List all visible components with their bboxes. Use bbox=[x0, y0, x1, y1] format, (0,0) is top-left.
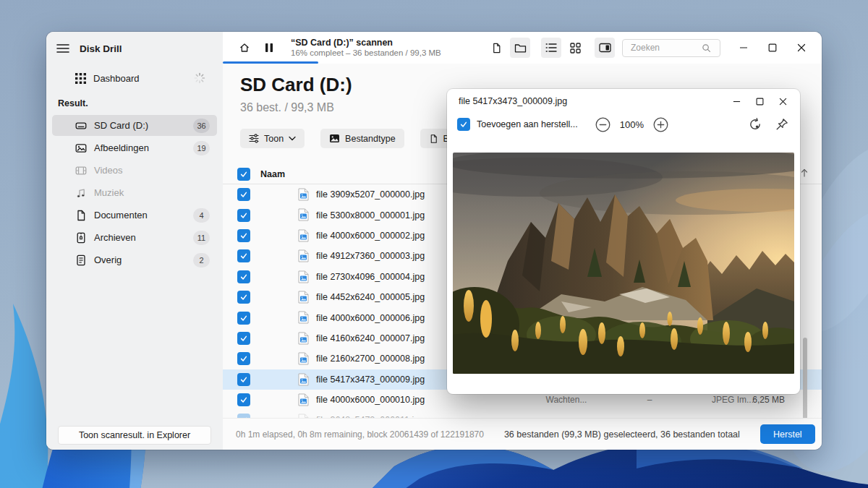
sidebar-item-documents[interactable]: Documenten 4 bbox=[52, 205, 217, 226]
recover-button[interactable]: Herstel bbox=[760, 424, 815, 444]
preview-close-button[interactable] bbox=[771, 93, 794, 109]
count-badge: 19 bbox=[193, 141, 210, 155]
file-name: file 5300x8000_000001.jpg bbox=[316, 210, 425, 221]
count-badge: 2 bbox=[193, 253, 210, 267]
count-badge: 4 bbox=[193, 208, 210, 223]
sidebar-item-other[interactable]: Overig 2 bbox=[52, 249, 217, 270]
video-icon bbox=[75, 165, 87, 176]
count-badge: 36 bbox=[193, 119, 210, 133]
jpg-file-icon bbox=[298, 332, 309, 345]
sidebar-item-label: Dashboard bbox=[93, 73, 194, 84]
desktop: Disk Drill Dashboard bbox=[0, 0, 868, 488]
zoom-out-button[interactable] bbox=[595, 117, 610, 132]
maximize-button[interactable] bbox=[762, 38, 783, 58]
sidebar-item-label: Afbeeldingen bbox=[94, 142, 193, 153]
preview-minimize-button[interactable] bbox=[725, 93, 748, 109]
sidebar-item-dashboard[interactable]: Dashboard bbox=[52, 67, 217, 90]
jpg-file-icon bbox=[298, 352, 309, 365]
file-checkbox[interactable] bbox=[237, 291, 250, 304]
jpg-file-icon bbox=[298, 393, 309, 406]
scan-status-subtitle: 16% compleet – 36 bestanden / 99,3 MB bbox=[291, 48, 441, 58]
zoom-level-value: 100% bbox=[620, 119, 644, 130]
jpg-file-icon bbox=[298, 208, 309, 221]
file-checkbox[interactable] bbox=[237, 188, 250, 201]
file-checkbox[interactable] bbox=[237, 332, 250, 345]
column-header-name[interactable]: Naam bbox=[260, 169, 285, 179]
show-filter-dropdown[interactable]: Toon bbox=[240, 129, 305, 148]
jpg-file-icon bbox=[298, 270, 309, 283]
sidebar-item-label: Muziek bbox=[94, 187, 210, 198]
sliders-icon bbox=[249, 134, 259, 143]
file-checkbox[interactable] bbox=[237, 312, 250, 325]
file-checkbox[interactable] bbox=[237, 414, 250, 418]
scanning-spinner-icon bbox=[194, 72, 205, 84]
jpg-file-icon bbox=[298, 229, 309, 242]
open-folder-button[interactable] bbox=[510, 38, 530, 58]
jpg-file-icon bbox=[298, 311, 309, 324]
file-name: file 4000x6000_000010.jpg bbox=[316, 395, 425, 405]
sidebar: Disk Drill Dashboard bbox=[46, 32, 223, 450]
page-title: SD Card (D:) bbox=[240, 74, 352, 96]
select-all-checkbox[interactable] bbox=[237, 168, 250, 181]
selection-summary: 36 bestanden (99,3 MB) geselecteerd, 36 … bbox=[504, 429, 740, 440]
pause-scan-button[interactable] bbox=[259, 38, 279, 58]
file-checkbox[interactable] bbox=[237, 270, 250, 283]
file-name: file 4160x6240_000007.jpg bbox=[316, 333, 425, 343]
dashboard-grid-icon bbox=[75, 73, 86, 84]
vertical-scrollbar[interactable] bbox=[803, 338, 807, 418]
sidebar-item-images[interactable]: Afbeeldingen 19 bbox=[52, 137, 217, 158]
file-checkbox[interactable] bbox=[237, 373, 250, 386]
jpg-file-icon bbox=[298, 249, 309, 262]
home-button[interactable] bbox=[234, 38, 255, 58]
preview-panel-toggle-button[interactable] bbox=[595, 38, 615, 58]
close-button[interactable] bbox=[791, 38, 812, 58]
music-note-icon bbox=[75, 187, 87, 199]
file-type-filter[interactable]: Bestandtype bbox=[320, 129, 404, 148]
file-name: file 2160x2700_000008.jpg bbox=[316, 354, 425, 364]
notes-icon bbox=[75, 254, 87, 266]
zoom-in-button[interactable] bbox=[653, 117, 668, 132]
filter-label: Bestandtype bbox=[345, 134, 396, 144]
preview-title: file 5417x3473_000009.jpg bbox=[459, 96, 725, 106]
file-name: file 5417x3473_000009.jpg bbox=[316, 374, 425, 385]
pin-window-button[interactable] bbox=[775, 118, 788, 131]
scan-time-remaining: 0h 1m elapsed, 0h 8m remaining, block 20… bbox=[236, 429, 484, 440]
archive-icon bbox=[75, 232, 87, 244]
file-checkbox[interactable] bbox=[237, 393, 250, 406]
file-name: file 4000x6000_000002.jpg bbox=[316, 231, 425, 241]
preview-maximize-button[interactable] bbox=[748, 93, 771, 109]
sidebar-item-sd-card[interactable]: SD Card (D:) 36 bbox=[52, 115, 217, 136]
file-checkbox[interactable] bbox=[237, 209, 250, 222]
new-session-button[interactable] bbox=[486, 38, 506, 58]
grid-view-button[interactable] bbox=[565, 38, 585, 58]
rotate-image-button[interactable] bbox=[748, 117, 762, 132]
scan-status-title: “SD Card (D:)” scannen bbox=[291, 38, 441, 48]
mountain-landscape-photo bbox=[453, 153, 794, 374]
file-name: file 2730x4096_000004.jpg bbox=[316, 272, 425, 282]
add-to-recovery-label[interactable]: Toevoegen aan herstell... bbox=[477, 119, 578, 129]
minimize-button[interactable] bbox=[733, 38, 754, 58]
file-row[interactable]: file 3648x5472_000011.jpg bbox=[223, 410, 822, 418]
jpg-file-icon bbox=[298, 291, 309, 304]
sidebar-item-videos[interactable]: Videos bbox=[52, 160, 217, 181]
sort-ascending-icon[interactable] bbox=[800, 168, 809, 178]
image-icon bbox=[329, 134, 340, 143]
list-view-button[interactable] bbox=[541, 38, 561, 58]
file-name: file 3648x5472_000011.jpg bbox=[316, 415, 424, 418]
preview-titlebar: file 5417x3473_000009.jpg bbox=[447, 89, 800, 111]
sidebar-item-music[interactable]: Muziek bbox=[52, 182, 217, 203]
jpg-file-icon bbox=[298, 373, 309, 386]
sidebar-item-archives[interactable]: Archieven 11 bbox=[52, 227, 217, 248]
hamburger-menu-icon[interactable] bbox=[56, 43, 69, 53]
file-name: file 3909x5207_000000.jpg bbox=[316, 189, 425, 200]
add-to-recovery-checkbox[interactable] bbox=[457, 118, 470, 131]
document-icon bbox=[75, 210, 87, 221]
file-checkbox[interactable] bbox=[237, 229, 250, 242]
file-checkbox[interactable] bbox=[237, 249, 250, 262]
search-box[interactable] bbox=[622, 39, 720, 57]
show-results-in-explorer-button[interactable]: Toon scanresult. in Explorer bbox=[58, 426, 211, 445]
image-icon bbox=[75, 142, 87, 154]
chevron-down-icon bbox=[289, 136, 296, 141]
file-checkbox[interactable] bbox=[237, 352, 250, 365]
search-input[interactable] bbox=[629, 42, 702, 53]
